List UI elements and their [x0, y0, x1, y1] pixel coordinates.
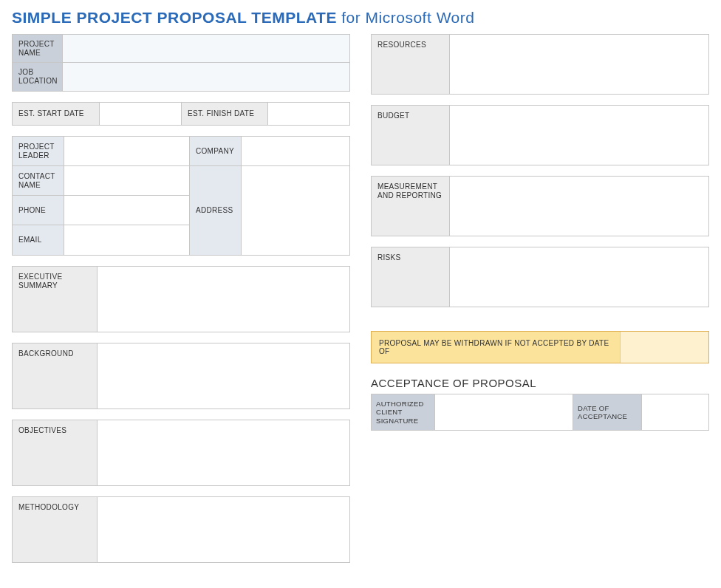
- objectives-label: OBJECTIVES: [13, 420, 98, 485]
- budget-field[interactable]: [450, 106, 708, 165]
- right-column: RESOURCES BUDGET MEASUREMENT AND REPORTI…: [371, 34, 709, 573]
- methodology-field[interactable]: [98, 497, 349, 562]
- executive-summary-block: EXECUTIVE SUMMARY: [12, 266, 350, 332]
- title-bold: SIMPLE PROJECT PROPOSAL TEMPLATE: [12, 9, 337, 26]
- email-label: EMAIL: [13, 225, 64, 255]
- measurement-block: MEASUREMENT AND REPORTING: [371, 176, 709, 236]
- est-finish-date-label: EST. FINISH DATE: [181, 103, 268, 125]
- background-field[interactable]: [98, 343, 349, 408]
- page-title: SIMPLE PROJECT PROPOSAL TEMPLATE for Mic…: [12, 9, 709, 27]
- acceptance-heading: ACCEPTANCE OF PROPOSAL: [371, 377, 709, 389]
- risks-field[interactable]: [450, 247, 708, 307]
- methodology-label: METHODOLOGY: [13, 497, 98, 562]
- company-field[interactable]: [242, 137, 349, 165]
- job-location-label: JOB LOCATION: [13, 63, 63, 91]
- title-rest: for Microsoft Word: [337, 9, 474, 26]
- resources-field[interactable]: [450, 35, 708, 94]
- budget-block: BUDGET: [371, 105, 709, 165]
- executive-summary-field[interactable]: [98, 267, 349, 332]
- withdrawal-notice: PROPOSAL MAY BE WITHDRAWN IF NOT ACCEPTE…: [371, 331, 709, 363]
- project-name-label: PROJECT NAME: [13, 35, 63, 62]
- address-field[interactable]: [242, 166, 349, 255]
- signature-field[interactable]: [435, 394, 573, 430]
- measurement-label: MEASUREMENT AND REPORTING: [372, 177, 450, 236]
- project-name-field[interactable]: [63, 35, 349, 62]
- signature-label: AUTHORIZED CLIENT SIGNATURE: [372, 394, 435, 430]
- acceptance-block: AUTHORIZED CLIENT SIGNATURE DATE OF ACCE…: [371, 394, 709, 431]
- company-label: COMPANY: [190, 137, 242, 165]
- methodology-block: METHODOLOGY: [12, 496, 350, 563]
- budget-label: BUDGET: [372, 106, 450, 165]
- project-leader-label: PROJECT LEADER: [13, 137, 64, 165]
- risks-block: RISKS: [371, 247, 709, 307]
- phone-field[interactable]: [64, 196, 189, 225]
- withdrawal-date-field[interactable]: [620, 332, 708, 363]
- phone-label: PHONE: [13, 196, 64, 225]
- background-block: BACKGROUND: [12, 343, 350, 409]
- project-basic-block: PROJECT NAME JOB LOCATION: [12, 34, 350, 92]
- risks-label: RISKS: [372, 247, 450, 307]
- job-location-field[interactable]: [63, 63, 349, 91]
- est-start-date-field[interactable]: [100, 103, 181, 125]
- est-finish-date-field[interactable]: [268, 103, 349, 125]
- resources-label: RESOURCES: [372, 35, 450, 94]
- acceptance-date-label: DATE OF ACCEPTANCE: [573, 394, 642, 430]
- resources-block: RESOURCES: [371, 34, 709, 95]
- address-label: ADDRESS: [190, 166, 242, 255]
- objectives-block: OBJECTIVES: [12, 420, 350, 486]
- executive-summary-label: EXECUTIVE SUMMARY: [13, 267, 98, 332]
- background-label: BACKGROUND: [13, 343, 98, 408]
- withdrawal-notice-text: PROPOSAL MAY BE WITHDRAWN IF NOT ACCEPTE…: [372, 332, 620, 363]
- measurement-field[interactable]: [450, 177, 708, 236]
- objectives-field[interactable]: [98, 420, 349, 485]
- acceptance-date-field[interactable]: [642, 394, 708, 430]
- contact-name-label: CONTACT NAME: [13, 166, 64, 195]
- dates-block: EST. START DATE EST. FINISH DATE: [12, 102, 350, 126]
- contact-block: PROJECT LEADER CONTACT NAME PHONE EMAIL: [12, 136, 350, 256]
- est-start-date-label: EST. START DATE: [13, 103, 100, 125]
- project-leader-field[interactable]: [64, 137, 189, 165]
- left-column: PROJECT NAME JOB LOCATION EST. START DAT…: [12, 34, 350, 573]
- contact-name-field[interactable]: [64, 166, 189, 195]
- email-field[interactable]: [64, 225, 189, 255]
